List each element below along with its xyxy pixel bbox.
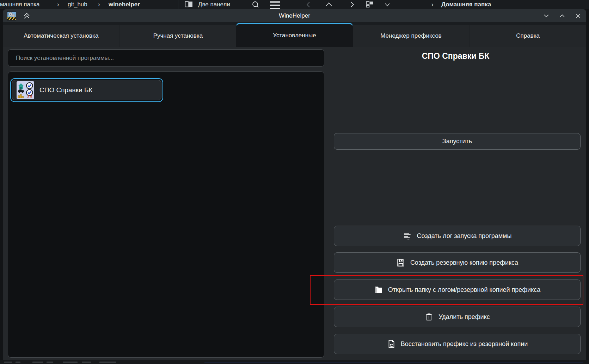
log-lines-icon <box>403 231 412 240</box>
tab-manual-install[interactable]: Ручная установка <box>119 25 237 47</box>
restore-document-icon <box>387 339 396 349</box>
hamburger-menu-icon[interactable] <box>269 0 281 9</box>
trash-icon <box>424 312 434 321</box>
run-button[interactable]: Запустить <box>334 133 581 150</box>
close-button[interactable] <box>575 13 581 19</box>
titlebar: WineHelper <box>3 9 586 22</box>
floppy-save-icon <box>396 258 405 267</box>
window-title: WineHelper <box>3 12 586 19</box>
obscured-text <box>16 362 20 363</box>
obscured-text <box>47 362 53 363</box>
window-controls <box>543 9 581 22</box>
restore-prefix-label: Восстановить префикс из резервной копии <box>401 340 528 348</box>
breadcrumb-separator: › <box>57 0 59 9</box>
background-blue-line <box>204 363 583 363</box>
back-chevron-icon[interactable] <box>305 1 312 8</box>
tab-prefix-manager[interactable]: Менеджер префиксов <box>353 25 470 47</box>
run-button-label: Запустить <box>442 138 472 145</box>
program-name: СПО Справки БК <box>39 86 92 94</box>
obscured-text <box>32 362 43 363</box>
split-view-label[interactable]: Две панели <box>198 0 230 9</box>
winehelper-window: WineHelper <box>3 9 586 360</box>
obscured-text <box>4 362 12 363</box>
open-folder-button[interactable]: Открыть папку с логом/резервной копией п… <box>334 280 581 300</box>
create-log-button[interactable]: Создать лог запуска программы <box>334 226 581 246</box>
split-view-icon[interactable] <box>185 1 193 8</box>
tab-auto-install[interactable]: Автоматическая установка <box>3 25 119 47</box>
toolbar-divider <box>178 0 178 9</box>
obscured-text <box>63 362 78 363</box>
breadcrumb-separator: › <box>431 0 434 9</box>
create-backup-button[interactable]: Создать резервную копию префикса <box>334 252 581 273</box>
chevron-up-icon <box>559 13 565 19</box>
obscured-text <box>82 362 91 363</box>
program-icon: 2 5 <box>17 81 34 99</box>
delete-prefix-label: Удалить префикс <box>438 313 490 321</box>
program-detail-panel: СПО Справки БК Запустить Создать лог зап… <box>325 47 586 360</box>
program-list: 2 5 СПО Справки БК <box>8 71 324 358</box>
minimize-button[interactable] <box>543 13 550 19</box>
svg-text:2 5: 2 5 <box>27 95 32 99</box>
tab-help[interactable]: Справка <box>469 25 586 47</box>
create-backup-label: Создать резервную копию префикса <box>410 259 518 266</box>
delete-prefix-button[interactable]: Удалить префикс <box>334 307 581 327</box>
restore-prefix-button[interactable]: Восстановить префикс из резервной копии <box>334 334 581 354</box>
breadcrumb-home-clipped[interactable]: машняя папка <box>0 0 39 9</box>
maximize-button[interactable] <box>559 13 565 19</box>
keep-above-button[interactable] <box>23 12 31 20</box>
create-log-label: Создать лог запуска программы <box>417 232 512 240</box>
obscured-text <box>99 362 116 363</box>
forward-chevron-icon[interactable] <box>349 1 355 8</box>
tab-installed[interactable]: Установленные <box>236 23 353 47</box>
up-chevron-icon[interactable] <box>325 2 333 7</box>
screen: машняя папка › git_hub › winehelper Две … <box>0 0 589 364</box>
chevron-down-icon <box>543 13 550 19</box>
double-chevron-up-icon <box>23 12 31 20</box>
view-mode-icon[interactable] <box>366 1 374 8</box>
tab-bar: Автоматическая установка Ручная установк… <box>3 22 586 47</box>
installed-tab-content: 2 5 СПО Справки БК СПО Справки БК Запуст… <box>3 47 586 360</box>
open-folder-label: Открыть папку с логом/резервной копией п… <box>388 286 541 294</box>
breadcrumb-home-right[interactable]: Домашняя папка <box>441 0 491 9</box>
program-list-item-selected[interactable]: 2 5 СПО Справки БК <box>10 78 163 102</box>
breadcrumb-separator: › <box>98 0 100 9</box>
breadcrumb-winehelper[interactable]: winehelper <box>109 0 140 9</box>
folder-icon <box>374 285 383 294</box>
breadcrumb-git-hub[interactable]: git_hub <box>68 0 87 9</box>
background-file-manager-toolbar: машняя папка › git_hub › winehelper Две … <box>0 0 589 9</box>
dropdown-chevron-icon[interactable] <box>384 3 391 7</box>
search-icon[interactable] <box>252 1 259 9</box>
close-icon <box>575 13 581 19</box>
winehelper-app-icon <box>7 11 16 20</box>
search-input[interactable] <box>8 49 324 67</box>
background-bottom-strip <box>0 360 589 364</box>
detail-title: СПО Справки БК <box>325 51 586 61</box>
